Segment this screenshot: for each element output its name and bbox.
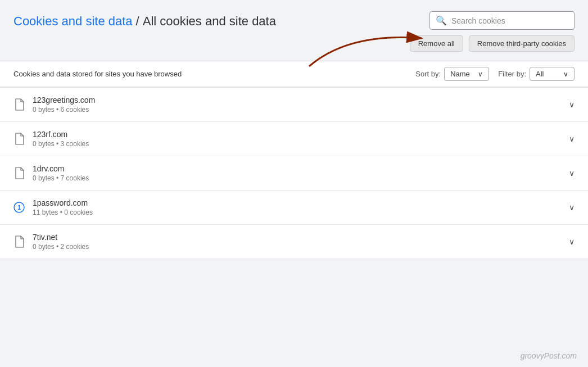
filter-description: Cookies and data stored for sites you ha… bbox=[13, 70, 182, 78]
cookie-info: 123rf.com 0 bytes • 3 cookies bbox=[33, 130, 89, 148]
page-container: Cookies and site data / All cookies and … bbox=[0, 0, 588, 367]
breadcrumb-separator: / bbox=[136, 13, 139, 30]
buttons-row: Remove all Remove third-party cookies bbox=[410, 35, 575, 52]
file-icon bbox=[13, 98, 25, 111]
password-icon: 1 bbox=[13, 202, 25, 213]
filter-controls: Sort by: Name ∨ Filter by: All ∨ bbox=[415, 67, 575, 81]
sort-by-chevron-icon: ∨ bbox=[478, 70, 483, 78]
sort-by-dropdown[interactable]: Name ∨ bbox=[444, 67, 489, 81]
search-icon: 🔍 bbox=[436, 15, 447, 26]
cookie-info: 123greetings.com 0 bytes • 6 cookies bbox=[33, 96, 95, 114]
cookie-meta: 11 bytes • 0 cookies bbox=[33, 209, 93, 216]
header-right: 🔍 Remove all Remove third-party cookies bbox=[410, 11, 575, 52]
breadcrumb: Cookies and site data / All cookies and … bbox=[13, 11, 276, 30]
expand-icon: ∨ bbox=[569, 100, 575, 109]
filter-by-value: All bbox=[536, 70, 544, 78]
watermark: groovyPost.com bbox=[521, 351, 577, 360]
cookie-info: 7tiv.net 0 bytes • 2 cookies bbox=[33, 233, 89, 251]
cookie-list: 123greetings.com 0 bytes • 6 cookies ∨ 1… bbox=[0, 87, 588, 259]
cookie-meta: 0 bytes • 3 cookies bbox=[33, 140, 89, 148]
cookie-item-left: 1drv.com 0 bytes • 7 cookies bbox=[13, 164, 89, 182]
file-icon bbox=[13, 133, 25, 145]
svg-text:1: 1 bbox=[17, 204, 21, 211]
remove-third-party-button[interactable]: Remove third-party cookies bbox=[469, 35, 575, 52]
file-icon bbox=[13, 167, 25, 179]
cookie-name: 1drv.com bbox=[33, 164, 89, 173]
list-item[interactable]: 7tiv.net 0 bytes • 2 cookies ∨ bbox=[0, 225, 588, 259]
header-section: Cookies and site data / All cookies and … bbox=[0, 0, 588, 61]
search-box[interactable]: 🔍 bbox=[429, 11, 575, 30]
list-item[interactable]: 123rf.com 0 bytes • 3 cookies ∨ bbox=[0, 122, 588, 156]
cookie-item-left: 123rf.com 0 bytes • 3 cookies bbox=[13, 130, 89, 148]
file-icon bbox=[13, 235, 25, 248]
expand-icon: ∨ bbox=[569, 169, 575, 178]
breadcrumb-link[interactable]: Cookies and site data bbox=[13, 13, 133, 30]
cookie-meta: 0 bytes • 6 cookies bbox=[33, 106, 95, 114]
filter-bar: Cookies and data stored for sites you ha… bbox=[0, 61, 588, 87]
search-input[interactable] bbox=[451, 16, 568, 25]
cookie-item-left: 7tiv.net 0 bytes • 2 cookies bbox=[13, 233, 89, 251]
cookie-name: 123greetings.com bbox=[33, 96, 95, 105]
list-item[interactable]: 1 1password.com 11 bytes • 0 cookies ∨ bbox=[0, 191, 588, 225]
expand-icon: ∨ bbox=[569, 237, 575, 246]
cookie-info: 1drv.com 0 bytes • 7 cookies bbox=[33, 164, 89, 182]
cookie-item-left: 123greetings.com 0 bytes • 6 cookies bbox=[13, 96, 95, 114]
sort-by-group: Sort by: Name ∨ bbox=[415, 67, 489, 81]
remove-all-button[interactable]: Remove all bbox=[410, 35, 463, 52]
cookie-info: 1password.com 11 bytes • 0 cookies bbox=[33, 198, 93, 216]
breadcrumb-current: All cookies and site data bbox=[143, 13, 276, 30]
filter-by-label: Filter by: bbox=[498, 70, 526, 78]
expand-icon: ∨ bbox=[569, 134, 575, 143]
cookie-name: 123rf.com bbox=[33, 130, 89, 139]
cookie-name: 7tiv.net bbox=[33, 233, 89, 242]
cookie-name: 1password.com bbox=[33, 198, 93, 207]
cookie-item-left: 1 1password.com 11 bytes • 0 cookies bbox=[13, 198, 93, 216]
expand-icon: ∨ bbox=[569, 203, 575, 212]
filter-by-dropdown[interactable]: All ∨ bbox=[530, 67, 575, 81]
list-item[interactable]: 123greetings.com 0 bytes • 6 cookies ∨ bbox=[0, 88, 588, 122]
cookie-meta: 0 bytes • 7 cookies bbox=[33, 174, 89, 182]
cookie-meta: 0 bytes • 2 cookies bbox=[33, 243, 89, 251]
sort-by-value: Name bbox=[450, 70, 470, 78]
filter-by-chevron-icon: ∨ bbox=[563, 70, 568, 78]
sort-by-label: Sort by: bbox=[415, 70, 441, 78]
list-item[interactable]: 1drv.com 0 bytes • 7 cookies ∨ bbox=[0, 156, 588, 191]
filter-by-group: Filter by: All ∨ bbox=[498, 67, 575, 81]
